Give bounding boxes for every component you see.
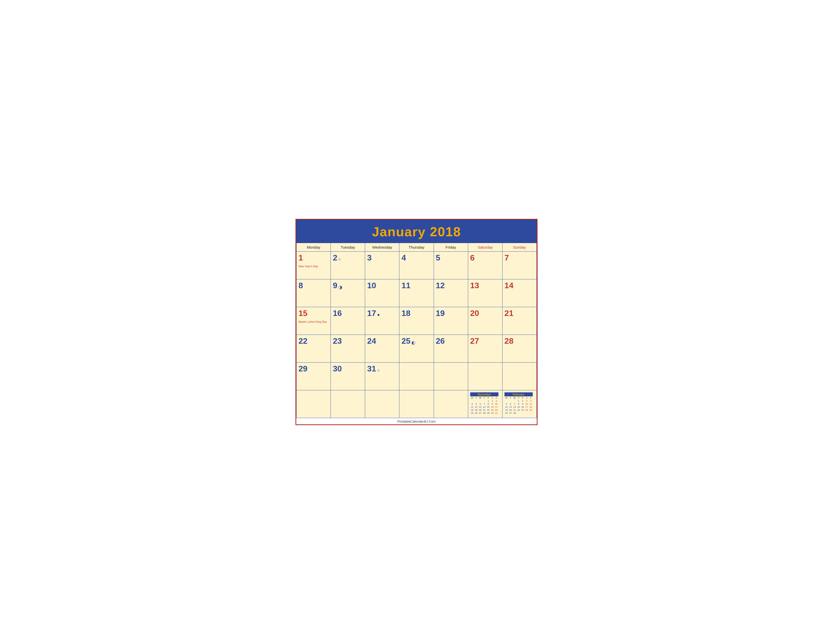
week-row-2: 89◑1011121314: [296, 279, 537, 307]
mini-cal-day: 25: [529, 409, 533, 412]
mini-cal-day: 5: [505, 402, 508, 406]
mini-cal-day: 28: [482, 412, 486, 415]
mini-cal-day: [521, 412, 525, 415]
mini-cal-day: 26: [505, 412, 508, 415]
day-cell: [434, 362, 468, 390]
day-number: 21: [505, 309, 513, 318]
day-cell: 13: [468, 279, 502, 307]
mini-cal-day: 17: [525, 406, 529, 409]
calendar-title: January 2018: [296, 224, 537, 239]
mini-cal-day: 31: [494, 412, 499, 415]
mini-cals-row: DecemberMTWTFSS1234567891011121314151617…: [296, 390, 537, 418]
mini-cal-day: 9: [521, 402, 525, 406]
day-cell: 23: [331, 335, 365, 362]
mini-cal-day: 24: [494, 409, 499, 412]
mini-cal-day: 27: [478, 412, 482, 415]
header-wednesday: Wednesday: [365, 243, 399, 252]
mini-cal-day: 9: [490, 402, 494, 406]
moon-phase-icon: ○: [377, 368, 380, 373]
mini-cal-day: 30: [490, 412, 494, 415]
day-cell: 27: [468, 335, 502, 362]
header-sunday: Sunday: [502, 243, 537, 252]
mini-cal-day: [478, 399, 482, 402]
mini-cal-day: 11: [470, 406, 474, 409]
empty-mini-cell: [296, 390, 331, 418]
mini-cal-day: 11: [529, 402, 533, 406]
calendar-header: January 2018: [296, 220, 537, 243]
mini-cal-day: [474, 399, 478, 402]
day-number: 22: [299, 336, 307, 346]
mini-cal-day: 16: [490, 406, 494, 409]
day-number: 5: [436, 253, 441, 262]
day-cell: 9◑: [331, 279, 365, 307]
mini-cal-day: 19: [505, 409, 508, 412]
mini-cal-day: 7: [513, 402, 516, 406]
day-number: 1: [299, 253, 303, 262]
day-cell: 19: [434, 307, 468, 335]
calendar-wrapper: January 2018 Monday Tuesday Wednesday Th…: [296, 219, 537, 425]
day-number: 11: [401, 281, 410, 290]
day-cell: 12: [434, 279, 468, 307]
mini-cal-day: 2: [521, 399, 525, 402]
mini-cal-day: [508, 399, 513, 402]
moon-phase-icon: ◑: [338, 285, 343, 290]
calendar-table: Monday Tuesday Wednesday Thursday Friday…: [296, 243, 537, 418]
moon-phase-icon: ○: [338, 257, 341, 262]
day-number: 19: [436, 309, 445, 318]
mini-cal-day: 18: [529, 406, 533, 409]
mini-cal-day: 8: [486, 402, 490, 406]
mini-cal-day: 3: [525, 399, 529, 402]
day-cell: 10: [365, 279, 399, 307]
mini-cal-header: February: [505, 392, 533, 396]
header-friday: Friday: [434, 243, 468, 252]
mini-cal-day: 23: [521, 409, 525, 412]
day-cell: 6: [468, 252, 502, 279]
day-number: 10: [367, 281, 376, 290]
day-cell: 7: [502, 252, 537, 279]
day-cell: 20: [468, 307, 502, 335]
day-cell: 25◐: [399, 335, 434, 362]
day-number: 18: [401, 309, 410, 318]
mini-cal-day: 10: [494, 402, 499, 406]
mini-cal-day: [470, 399, 474, 402]
mini-cal-day: 21: [513, 409, 516, 412]
mini-cal-day: 15: [516, 406, 521, 409]
mini-cal-day: 22: [486, 409, 490, 412]
day-cell: 3: [365, 252, 399, 279]
day-cell: 24: [365, 335, 399, 362]
mini-cal-day: 26: [474, 412, 478, 415]
holiday-label: Martin Luther King Day: [299, 320, 328, 324]
day-cell: 31○: [365, 362, 399, 390]
day-number: 4: [401, 253, 406, 262]
mini-cal-day: [525, 412, 529, 415]
mini-cal-day: 23: [490, 409, 494, 412]
day-cell: 17●: [365, 307, 399, 335]
mini-cal-day: 8: [516, 402, 521, 406]
empty-mini-cell: [399, 390, 434, 418]
day-number: 23: [333, 336, 342, 346]
mini-cal-day: [529, 412, 533, 415]
mini-cal-day: 29: [486, 412, 490, 415]
mini-cal-day: 25: [470, 412, 474, 415]
day-cell: 14: [502, 279, 537, 307]
mini-cal-day: [513, 399, 516, 402]
day-number: 28: [505, 336, 513, 346]
moon-phase-icon: ●: [377, 312, 380, 317]
header-thursday: Thursday: [399, 243, 434, 252]
footer: PrintableCalendar4U.Com: [296, 418, 537, 424]
mini-cal-day: 1: [516, 399, 521, 402]
mini-cal-day: 3: [494, 399, 499, 402]
mini-cal-day: 12: [474, 406, 478, 409]
header-tuesday: Tuesday: [331, 243, 365, 252]
day-number: 29: [299, 364, 307, 374]
mini-cal-day: 4: [529, 399, 533, 402]
day-number: 27: [470, 336, 479, 346]
day-cell: 1New Year's Day: [296, 252, 331, 279]
day-number: 12: [436, 281, 445, 290]
day-number: 3: [367, 253, 371, 262]
week-row-4: 22232425◐262728: [296, 335, 537, 362]
mini-cal-day: 14: [513, 406, 516, 409]
mini-cal-day: 20: [478, 409, 482, 412]
mini-cal-day: 14: [482, 406, 486, 409]
february-mini-cal-cell: FebruaryMTWTFSS1234567891011121314151617…: [502, 390, 537, 418]
